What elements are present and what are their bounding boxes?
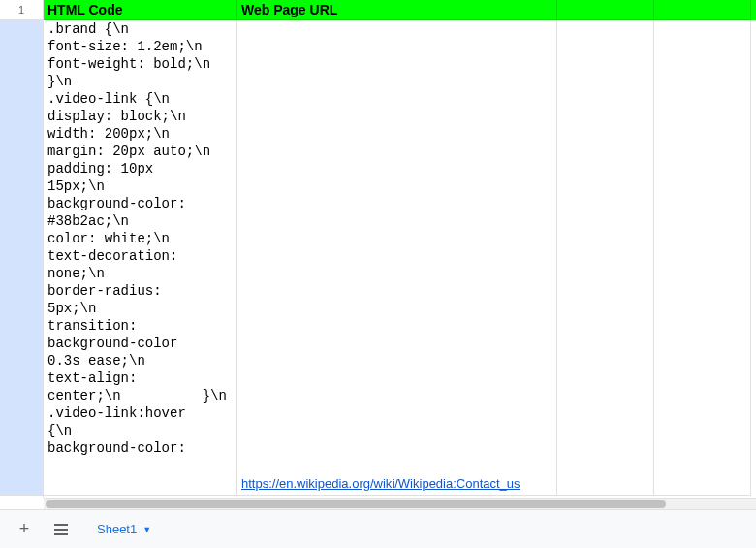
data-body: .brand {\n font-size: 1.2em;\n font-weig… bbox=[44, 20, 756, 496]
cell-url[interactable]: https://en.wikipedia.org/wiki/Wikipedia:… bbox=[237, 20, 557, 496]
chevron-down-icon: ▼ bbox=[142, 525, 151, 534]
add-sheet-button[interactable]: + bbox=[10, 515, 39, 544]
column-header-a[interactable]: HTML Code bbox=[44, 0, 237, 20]
sheet-tab[interactable]: Sheet1 ▼ bbox=[83, 516, 165, 542]
menu-icon bbox=[54, 524, 68, 535]
cell-empty-c[interactable] bbox=[557, 20, 654, 496]
url-link[interactable]: https://en.wikipedia.org/wiki/Wikipedia:… bbox=[241, 476, 520, 491]
sheet-tabs-bar: + Sheet1 ▼ bbox=[0, 509, 756, 548]
column-header-row: HTML Code Web Page URL bbox=[44, 0, 756, 20]
row-header-selected[interactable] bbox=[0, 20, 43, 496]
all-sheets-button[interactable] bbox=[47, 515, 76, 544]
sheet-tab-label: Sheet1 bbox=[97, 522, 137, 536]
column-header-c[interactable] bbox=[557, 0, 654, 20]
column-header-d[interactable] bbox=[654, 0, 751, 20]
cell-empty-d[interactable] bbox=[654, 20, 751, 496]
grid-container: HTML Code Web Page URL .brand {\n font-s… bbox=[44, 0, 756, 498]
cell-html-code[interactable]: .brand {\n font-size: 1.2em;\n font-weig… bbox=[44, 20, 237, 496]
scrollbar-thumb[interactable] bbox=[46, 500, 666, 508]
horizontal-scrollbar[interactable] bbox=[44, 498, 756, 509]
plus-icon: + bbox=[19, 519, 30, 539]
row-header-column: 1 bbox=[0, 0, 44, 498]
code-text: .brand {\n font-size: 1.2em;\n font-weig… bbox=[47, 20, 227, 457]
column-header-b[interactable]: Web Page URL bbox=[237, 0, 557, 20]
table-row: .brand {\n font-size: 1.2em;\n font-weig… bbox=[44, 20, 756, 496]
row-header-blank[interactable]: 1 bbox=[0, 0, 43, 20]
spreadsheet-grid: 1 HTML Code Web Page URL .brand {\n font… bbox=[0, 0, 756, 498]
